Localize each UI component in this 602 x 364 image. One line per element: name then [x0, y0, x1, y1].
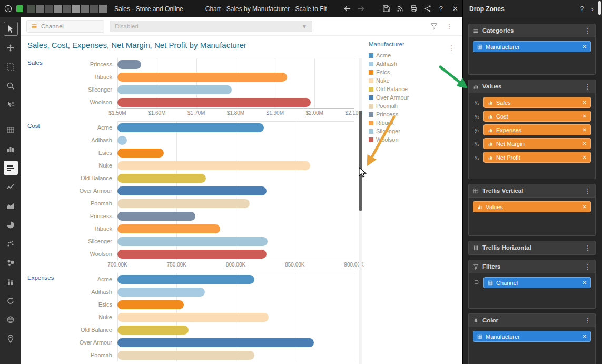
bar[interactable]: [117, 326, 189, 335]
remove-icon[interactable]: ✕: [583, 333, 587, 339]
share-icon[interactable]: [423, 5, 431, 13]
chip-channel[interactable]: Channel✕: [483, 277, 591, 288]
remove-icon[interactable]: ✕: [583, 113, 587, 119]
bar[interactable]: [117, 237, 268, 246]
bar[interactable]: [117, 161, 310, 170]
scatter-chart-icon[interactable]: [4, 237, 18, 251]
chevron-down-icon: ▼: [302, 24, 307, 29]
legend-item[interactable]: Esics: [369, 68, 448, 76]
bar[interactable]: [117, 250, 267, 259]
marquee-icon[interactable]: [4, 60, 18, 74]
legend-item[interactable]: Ribuck: [369, 119, 448, 127]
zoom-icon[interactable]: [4, 78, 18, 93]
kebab-menu-icon[interactable]: ⋮: [584, 263, 591, 271]
bar[interactable]: [117, 212, 195, 221]
chip-net-margin[interactable]: Net Margin✕: [483, 138, 591, 149]
legend-item[interactable]: Slicenger: [369, 127, 448, 135]
pointer-icon[interactable]: [4, 22, 18, 36]
dropzone-label: Categories: [482, 27, 514, 34]
bar[interactable]: [117, 351, 254, 360]
bar[interactable]: [117, 136, 127, 145]
forward-icon: [357, 5, 365, 13]
bar[interactable]: [117, 85, 232, 94]
info-icon[interactable]: [4, 5, 12, 13]
bar[interactable]: [117, 199, 250, 208]
bar[interactable]: [117, 149, 164, 158]
remove-icon[interactable]: ✕: [583, 154, 587, 160]
chart-menu-icon[interactable]: ⋮: [448, 44, 455, 52]
remove-icon[interactable]: ✕: [583, 100, 587, 105]
chip-sales[interactable]: Sales✕: [483, 97, 591, 108]
legend-item[interactable]: Princess: [369, 110, 448, 119]
y-axis-prefix: y₁: [473, 141, 481, 146]
move-icon[interactable]: [4, 41, 18, 55]
drop-zones-header: Drop Zones ? ›: [462, 0, 602, 17]
legend-item[interactable]: Over Armour: [369, 93, 448, 102]
bar[interactable]: [117, 275, 254, 284]
chip-values[interactable]: Values✕: [473, 201, 591, 212]
legend-item[interactable]: Acme: [369, 51, 448, 60]
dropzone-row: Channel✕: [473, 277, 591, 288]
help-button[interactable]: ?: [439, 5, 443, 13]
bar-track: [117, 351, 354, 360]
remove-icon[interactable]: ✕: [583, 204, 587, 210]
bubble-chart-icon[interactable]: [4, 255, 18, 270]
bar[interactable]: [117, 338, 314, 347]
back-icon[interactable]: [343, 5, 351, 13]
channel-filter-chip[interactable]: Channel: [26, 20, 104, 33]
chip-expenses[interactable]: Expenses✕: [483, 124, 591, 135]
pie-chart-icon[interactable]: [4, 218, 18, 232]
remove-icon[interactable]: ✕: [583, 127, 587, 133]
print-icon[interactable]: [410, 5, 418, 13]
map-icon[interactable]: [4, 331, 18, 346]
rotate-icon[interactable]: [4, 293, 18, 308]
bar[interactable]: [117, 123, 264, 132]
kebab-menu-icon[interactable]: ⋮: [584, 317, 591, 324]
legend-item[interactable]: Adihash: [369, 60, 448, 68]
remove-icon[interactable]: ✕: [583, 44, 587, 50]
bar[interactable]: [117, 224, 220, 233]
columns-icon: [473, 245, 479, 251]
line-chart-icon[interactable]: [4, 180, 18, 194]
chip-manufacturer[interactable]: Manufacturer✕: [473, 41, 591, 52]
drop-zones-help-button[interactable]: ?: [580, 5, 584, 13]
bar[interactable]: [117, 313, 269, 322]
bar[interactable]: [117, 98, 311, 107]
bar-track: [117, 73, 354, 82]
legend-item[interactable]: Woolson: [369, 135, 448, 144]
bar[interactable]: [117, 73, 287, 82]
kebab-menu-icon[interactable]: ⋮: [584, 27, 591, 35]
chip-label: Manufacturer: [486, 44, 520, 50]
bar-chart-icon[interactable]: [4, 161, 18, 175]
chip-net-profit[interactable]: Net Profit✕: [483, 152, 591, 163]
y-axis-prefix: y₁: [473, 154, 481, 160]
globe-icon[interactable]: [4, 312, 18, 327]
remove-icon[interactable]: ✕: [583, 280, 587, 286]
close-button[interactable]: ✕: [452, 5, 458, 13]
stacked-chart-icon[interactable]: [4, 274, 18, 289]
area-chart-icon[interactable]: [4, 199, 18, 213]
bar[interactable]: [117, 300, 184, 309]
remove-icon[interactable]: ✕: [583, 141, 587, 146]
kebab-menu-icon[interactable]: ⋮: [584, 187, 591, 195]
column-chart-icon[interactable]: [4, 142, 18, 156]
legend-item[interactable]: Nuke: [369, 76, 448, 85]
bar[interactable]: [117, 288, 205, 297]
chip-manufacturer[interactable]: Manufacturer✕: [473, 331, 591, 342]
broadcast-icon[interactable]: [396, 5, 404, 13]
select-menu-icon[interactable]: [4, 97, 18, 112]
legend-item[interactable]: Poomah: [369, 102, 448, 110]
kebab-menu-icon[interactable]: ⋮: [584, 83, 591, 91]
bar[interactable]: [117, 174, 206, 183]
bar[interactable]: [117, 60, 141, 69]
filter-funnel-icon[interactable]: [430, 23, 438, 30]
kebab-menu-icon[interactable]: ⋮: [584, 244, 591, 252]
legend-item[interactable]: Old Balance: [369, 85, 448, 93]
chip-cost[interactable]: Cost✕: [483, 111, 591, 122]
bar[interactable]: [117, 186, 267, 195]
filter-bar-menu-icon[interactable]: ⋮: [446, 22, 453, 31]
panel-scrollbar-thumb[interactable]: [598, 1, 601, 15]
save-icon[interactable]: [382, 5, 390, 13]
chevron-right-icon[interactable]: ›: [591, 5, 594, 13]
table-icon[interactable]: [4, 123, 18, 137]
